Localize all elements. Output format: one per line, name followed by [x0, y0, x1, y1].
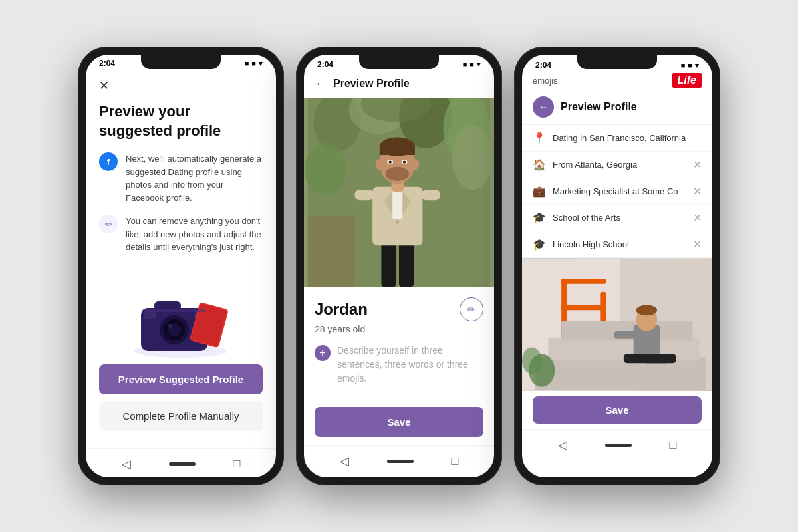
briefcase-icon: 💼: [533, 185, 546, 198]
from-text: From Atlanta, Georgia: [553, 160, 637, 170]
phone-3-screen: 2:04 ■ ■ ▾ Life emojis. ← Preview Profil…: [522, 55, 712, 477]
battery-icon-2: ■: [463, 61, 467, 68]
graduation-icon-2: 🎓: [533, 238, 546, 251]
profile-photo-2: [522, 258, 712, 391]
home-nav-1[interactable]: [169, 462, 196, 466]
status-icons-3: ■ ■ ▾: [681, 61, 699, 70]
location-left: 📍 Dating in San Francisco, California: [533, 132, 686, 144]
back-nav-1[interactable]: ◁: [115, 454, 138, 474]
back-button-3[interactable]: ←: [533, 96, 554, 118]
nav-bar-2: ◁ □: [304, 445, 494, 477]
svg-point-36: [386, 166, 409, 180]
svg-point-38: [411, 159, 419, 170]
remove-from-button[interactable]: ✕: [693, 158, 702, 171]
square-nav-1[interactable]: □: [227, 454, 247, 473]
preview-suggested-profile-button[interactable]: Preview Suggested Profile: [99, 364, 263, 394]
svg-rect-20: [308, 216, 355, 287]
info-item-2: ✏ You can remove anything you don't like…: [99, 215, 263, 254]
work-left: 💼 Marketing Specialist at Some Co: [533, 185, 678, 198]
phone-2-screen: 2:04 ■ ■ ▾ ← Preview Profile: [304, 55, 494, 477]
svg-rect-56: [643, 354, 676, 363]
wifi-icon-3: ■: [688, 61, 692, 69]
back-nav-2[interactable]: ◁: [333, 451, 356, 471]
home-nav-3[interactable]: [605, 444, 632, 447]
page-title: Preview your suggested profile: [99, 102, 263, 140]
info-row-location: 📍 Dating in San Francisco, California: [522, 125, 712, 152]
svg-point-37: [376, 159, 384, 170]
back-nav-3[interactable]: ◁: [551, 435, 574, 455]
phone-2: 2:04 ■ ■ ▾ ← Preview Profile: [296, 47, 502, 485]
stair-photo-svg: [522, 258, 712, 391]
profile-photo: [304, 98, 494, 287]
info-row-school1: 🎓 School of the Arts ✕: [522, 205, 712, 231]
svg-rect-39: [355, 190, 374, 200]
info-row-school2: 🎓 Lincoln High School ✕: [522, 231, 712, 258]
describe-row: + Describe yourself in three sentences, …: [315, 344, 483, 386]
svg-rect-22: [399, 239, 414, 287]
nav-bar-1: ◁ □: [86, 448, 276, 477]
remove-school1-button[interactable]: ✕: [693, 211, 702, 224]
remove-school2-button[interactable]: ✕: [693, 238, 702, 251]
time-2: 2:04: [317, 60, 333, 69]
svg-rect-8: [154, 301, 181, 311]
battery-icon: ■: [245, 59, 249, 67]
square-nav-2[interactable]: □: [445, 452, 466, 471]
pencil-icon: ✏: [99, 215, 118, 233]
work-text: Marketing Specialist at Some Co: [553, 186, 678, 196]
square-nav-3[interactable]: □: [663, 436, 684, 455]
info-row-work: 💼 Marketing Specialist at Some Co ✕: [522, 178, 712, 205]
camera-illustration: [99, 265, 263, 364]
complete-profile-manually-button[interactable]: Complete Profile Manually: [99, 401, 263, 431]
phone1-content: ✕ Preview your suggested profile f Next,…: [86, 69, 276, 448]
school1-text: School of the Arts: [553, 213, 620, 223]
remove-work-button[interactable]: ✕: [693, 185, 702, 198]
save-button-3[interactable]: Save: [533, 396, 702, 424]
school2-left: 🎓 Lincoln High School: [533, 238, 629, 251]
wifi-icon-2: ■: [469, 61, 474, 68]
facebook-icon: f: [99, 152, 118, 171]
status-icons-2: ■ ■ ▾: [463, 60, 481, 68]
svg-point-18: [452, 125, 493, 190]
wifi-icon: ■: [251, 59, 256, 67]
svg-rect-50: [548, 338, 699, 361]
profile-name: Jordan: [315, 300, 368, 319]
graduation-icon-1: 🎓: [533, 211, 546, 224]
svg-point-27: [396, 220, 399, 223]
svg-rect-46: [561, 305, 606, 310]
signal-icon-3: ▾: [695, 61, 699, 70]
profile-name-row: Jordan ✏: [315, 297, 483, 321]
profile-info: Jordan ✏ 28 years old + Describe yoursel…: [304, 287, 494, 407]
notch-1: [141, 55, 221, 69]
svg-rect-45: [561, 279, 606, 284]
save-button-2[interactable]: Save: [315, 407, 483, 437]
location-icon: 📍: [533, 132, 546, 144]
add-description-button[interactable]: +: [315, 345, 331, 361]
camera-svg: [128, 271, 234, 358]
time-1: 2:04: [99, 59, 115, 68]
home-nav-2[interactable]: [387, 460, 414, 463]
svg-point-17: [305, 142, 346, 196]
info-item-1: f Next, we'll automatically generate a s…: [99, 152, 263, 204]
edit-profile-button[interactable]: ✏: [460, 297, 483, 321]
phone1-buttons: Preview Suggested Profile Complete Profi…: [99, 364, 263, 439]
svg-rect-31: [380, 146, 415, 154]
svg-rect-6: [144, 311, 156, 319]
from-left: 🏠 From Atlanta, Georgia: [533, 158, 637, 171]
school2-text: Lincoln High School: [553, 239, 629, 249]
home-icon: 🏠: [533, 158, 546, 171]
profile-photo-svg: [304, 98, 494, 287]
battery-icon-3: ■: [681, 61, 686, 69]
svg-rect-49: [535, 357, 706, 390]
svg-rect-21: [381, 239, 396, 287]
life-badge: Life: [672, 73, 702, 88]
svg-point-34: [389, 160, 392, 163]
svg-rect-57: [614, 331, 637, 339]
svg-point-35: [403, 160, 406, 163]
phone2-header-title: Preview Profile: [333, 78, 410, 90]
time-3: 2:04: [535, 61, 551, 70]
back-button-2[interactable]: ←: [315, 77, 327, 91]
signal-icon: ▾: [259, 59, 263, 68]
close-button[interactable]: ✕: [99, 78, 115, 93]
notch-2: [359, 55, 439, 69]
svg-point-54: [636, 305, 658, 315]
